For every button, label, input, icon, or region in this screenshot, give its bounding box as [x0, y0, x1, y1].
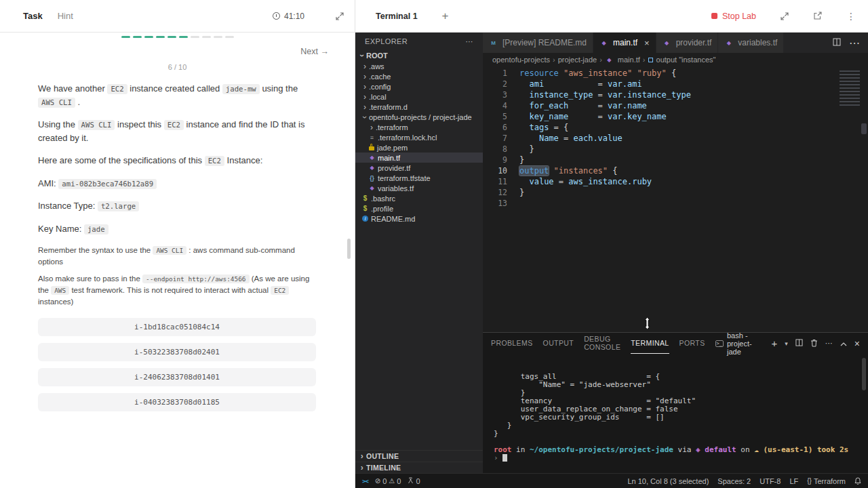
code-line: 3 instance_type = var.instance_type	[483, 89, 868, 100]
tab-task[interactable]: Task	[23, 11, 43, 21]
panel-tab-ports[interactable]: PORTS	[679, 333, 705, 354]
language-status[interactable]: {} Terraform	[807, 477, 846, 485]
encoding-status[interactable]: UTF-8	[760, 477, 781, 485]
editor-tab-main-tf[interactable]: ◆main.tf×	[593, 33, 656, 53]
tree-item-config[interactable]: ›.config	[355, 81, 483, 92]
tree-item-terraform[interactable]: ›.terraform	[355, 122, 483, 132]
tree-item-label: .terraform	[376, 123, 408, 131]
outline-section[interactable]: › OUTLINE	[355, 450, 483, 462]
tree-item-label: .aws	[369, 62, 384, 70]
warning-icon: ⚠	[389, 477, 395, 485]
tree-item-jade-pem[interactable]: jade.pem	[355, 142, 483, 152]
breadcrumb-item[interactable]: ◆main.tf	[605, 56, 640, 64]
editor-tab-variables-tf[interactable]: ◆variables.tf	[718, 33, 784, 53]
chevron-down-icon: ›	[360, 113, 370, 121]
tree-item-cache[interactable]: ›.cache	[355, 71, 483, 81]
code-line: 9}	[483, 155, 868, 165]
inline-code-badge: EC2	[164, 120, 184, 130]
tree-item-label: .local	[369, 93, 387, 101]
editor-more-icon[interactable]: ⋯	[849, 37, 860, 49]
task-panel-header: Task Hint 41:10	[0, 0, 355, 32]
expand-panel-icon[interactable]	[336, 12, 344, 20]
close-panel-icon[interactable]: ×	[854, 338, 860, 349]
editor-tab-provider-tf[interactable]: ◆provider.tf	[656, 33, 719, 53]
chevron-right-icon: ›	[361, 82, 369, 92]
breadcrumb-item[interactable]: output "instances"	[648, 56, 716, 64]
close-tab-icon[interactable]: ×	[644, 39, 650, 47]
explorer-more-icon[interactable]: ⋯	[466, 37, 473, 46]
chevron-right-icon: ›	[368, 123, 376, 132]
add-terminal-icon[interactable]: +	[442, 10, 449, 22]
panel-tab-problems[interactable]: PROBLEMS	[491, 333, 533, 354]
answer-option[interactable]: i-1bd18cac051084c14	[38, 318, 316, 336]
timeline-section[interactable]: › TIMELINE	[355, 462, 483, 473]
stop-icon	[711, 13, 717, 19]
tree-item-profile[interactable]: $.profile	[355, 203, 483, 214]
ports-status[interactable]: 0	[408, 477, 420, 485]
next-button[interactable]: Next →	[300, 47, 329, 56]
tree-item-terraform-tfstate[interactable]: {}terraform.tfstate	[355, 173, 483, 183]
tree-item-terraform-d[interactable]: ›.terraform.d	[355, 102, 483, 112]
editor-scrollbar[interactable]	[861, 123, 867, 134]
explorer-title: EXPLORER	[365, 37, 408, 45]
panel-more-icon[interactable]: ⋯	[825, 339, 833, 348]
terminal-scrollbar[interactable]	[862, 358, 866, 390]
tree-item-aws[interactable]: ›.aws	[355, 61, 483, 71]
tree-item-opentofu-projects-project-jade[interactable]: ›opentofu-projects / project-jade	[355, 112, 483, 122]
page-indicator: 6 / 10	[0, 63, 355, 71]
tree-item-label: .cache	[369, 73, 391, 81]
minimap[interactable]	[840, 70, 860, 107]
progress-dash	[156, 36, 165, 38]
split-terminal-icon[interactable]	[795, 339, 803, 348]
tree-item-readme-md[interactable]: iREADME.md	[355, 214, 483, 224]
terminal[interactable]: tags_all = { "Name" = "jade-webserver" }…	[483, 354, 868, 473]
root-section[interactable]: › ROOT	[355, 50, 483, 61]
code-editor[interactable]: 1resource "aws_instance" "ruby" {2 ami =…	[483, 66, 868, 332]
tab-hint[interactable]: Hint	[58, 11, 73, 21]
editor-tab-preview-readme-md[interactable]: M[Preview] README.md	[483, 33, 593, 53]
tree-item-variables-tf[interactable]: ◆variables.tf	[355, 183, 483, 193]
answer-option[interactable]: i-24062383708d01401	[38, 368, 316, 386]
bash-icon: >_	[715, 340, 724, 347]
cursor-position-status[interactable]: Ln 10, Col 8 (3 selected)	[627, 477, 709, 485]
breadcrumb-item[interactable]: opentofu-projects	[492, 56, 550, 64]
tree-item-main-tf[interactable]: ◆main.tf	[355, 152, 483, 163]
notifications-bell-icon[interactable]	[854, 477, 861, 485]
terminal-picker[interactable]: >_ bash - project-jade	[715, 331, 764, 356]
top-bar: Task Hint 41:10 Terminal 1 + Stop Lab ⋮	[0, 0, 868, 33]
more-options-icon[interactable]: ⋮	[846, 11, 856, 22]
panel-tab-debug-console[interactable]: DEBUG CONSOLE	[584, 333, 620, 354]
open-editor-icon[interactable]	[813, 12, 822, 20]
panel-resize-handle[interactable]	[347, 239, 351, 259]
terminal-dropdown-icon[interactable]: ▾	[785, 340, 788, 347]
braces-icon: {}	[807, 477, 812, 485]
chevron-right-icon: ›	[358, 451, 366, 461]
tree-item-provider-tf[interactable]: ◆provider.tf	[355, 163, 483, 173]
fullscreen-icon[interactable]	[781, 12, 789, 20]
indentation-status[interactable]: Spaces: 2	[717, 477, 751, 485]
split-editor-icon[interactable]	[833, 37, 841, 49]
tree-item-bashrc[interactable]: $.bashrc	[355, 193, 483, 203]
maximize-panel-icon[interactable]	[840, 340, 847, 348]
stop-lab-button[interactable]: Stop Lab	[711, 12, 756, 21]
answer-option[interactable]: i-50322383708d02401	[38, 343, 316, 361]
explorer-sidebar: EXPLORER ⋯ › ROOT ›.aws›.cache›.config›.…	[355, 33, 483, 473]
panel-tab-output[interactable]: OUTPUT	[543, 333, 574, 354]
tree-item-local[interactable]: ›.local	[355, 92, 483, 102]
problems-status[interactable]: ⊘ 0 ⚠ 0	[375, 477, 401, 485]
line-number: 5	[483, 111, 507, 122]
kill-terminal-icon[interactable]	[810, 339, 818, 348]
tree-item-terraform-lock-hcl[interactable]: ≡.terraform.lock.hcl	[355, 132, 483, 142]
code-line: 4 for_each = var.name	[483, 100, 868, 111]
panel-tab-terminal[interactable]: TERMINAL	[631, 333, 669, 354]
terminal-1-tab[interactable]: Terminal 1	[376, 12, 418, 21]
progress-dashes	[0, 36, 355, 38]
terraform-icon: ◆	[724, 40, 733, 46]
remote-indicator-icon[interactable]: ><	[362, 478, 368, 485]
eol-status[interactable]: LF	[789, 477, 798, 485]
answer-option[interactable]: i-04032383708d01185	[38, 393, 316, 411]
new-terminal-icon[interactable]: +	[772, 338, 778, 348]
progress-dash	[121, 36, 130, 38]
chevron-right-icon: ›	[361, 62, 369, 71]
breadcrumb-item[interactable]: project-jade	[558, 56, 597, 64]
